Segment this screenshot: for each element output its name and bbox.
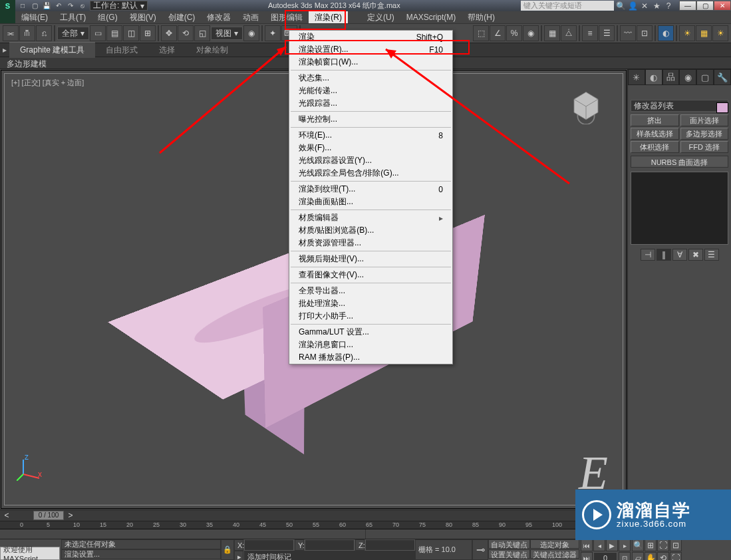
- menu-item[interactable]: 渲染Shift+Q: [289, 31, 452, 43]
- menu-create[interactable]: 创建(C): [162, 11, 202, 23]
- favorite-icon[interactable]: ★: [651, 1, 662, 11]
- rendering-menu-dropdown[interactable]: 渲染Shift+Q渲染设置(R)...F10渲染帧窗口(W)...状态集...光…: [289, 30, 453, 364]
- menu-item[interactable]: 渲染设置(R)...F10: [289, 43, 452, 56]
- menu-item[interactable]: 状态集...: [289, 72, 452, 84]
- pan-icon[interactable]: ✋: [645, 552, 657, 560]
- menu-item[interactable]: 渲染曲面贴图...: [289, 196, 452, 208]
- qat-undo-icon[interactable]: ↶: [54, 1, 63, 11]
- menu-item[interactable]: 光线跟踪器设置(Y)...: [289, 154, 452, 167]
- make-unique-icon[interactable]: ∀: [672, 249, 687, 261]
- tab-display-icon[interactable]: ▢: [696, 69, 714, 85]
- pin-stack-icon[interactable]: ⊣: [641, 249, 655, 261]
- modifier-list-dropdown[interactable]: 修改器列表▾: [631, 100, 728, 112]
- search-icon[interactable]: 🔍: [615, 1, 626, 11]
- angle-snap-icon[interactable]: ∠: [490, 25, 506, 41]
- menu-item[interactable]: RAM 播放器(P)...: [289, 351, 452, 364]
- scale-icon[interactable]: ◱: [194, 25, 210, 41]
- object-color-swatch[interactable]: [716, 102, 728, 113]
- minimize-button[interactable]: —: [679, 1, 696, 11]
- select-icon[interactable]: ▭: [90, 25, 106, 41]
- tab-motion-icon[interactable]: ◉: [679, 69, 696, 85]
- qat-link-icon[interactable]: ⎋: [78, 1, 87, 11]
- zoom-icon[interactable]: 🔍: [632, 539, 644, 551]
- menu-item[interactable]: 渲染消息窗口...: [289, 339, 452, 351]
- render-production-icon[interactable]: ☀: [712, 25, 728, 41]
- menu-item[interactable]: 全景导出器...: [289, 285, 452, 297]
- menu-item[interactable]: 材质/贴图浏览器(B)...: [289, 224, 452, 237]
- menu-item[interactable]: 批处理渲染...: [289, 297, 452, 310]
- menu-item[interactable]: 打印大小助手...: [289, 310, 452, 323]
- fov-icon[interactable]: ▱: [632, 552, 644, 560]
- ribbon-tab-objectpaint[interactable]: 对象绘制: [186, 43, 239, 58]
- menu-item[interactable]: 光能传递...: [289, 84, 452, 97]
- viewcube[interactable]: [568, 88, 604, 124]
- goto-end-icon[interactable]: ⏭: [581, 552, 593, 560]
- menu-maxscript[interactable]: MAXScript(M): [400, 11, 462, 23]
- next-frame-icon[interactable]: ▸: [619, 539, 631, 551]
- ribbon-tab-freeform[interactable]: 自由形式: [95, 43, 148, 58]
- menu-modifiers[interactable]: 修改器: [201, 11, 237, 23]
- menu-animation[interactable]: 动画: [237, 11, 265, 23]
- menu-item[interactable]: Gamma/LUT 设置...: [289, 326, 452, 339]
- menu-item[interactable]: 光跟踪器...: [289, 97, 452, 110]
- menu-item[interactable]: 环境(E)...8: [289, 129, 452, 142]
- menu-customize[interactable]: 定义(U): [361, 11, 400, 23]
- signin-icon[interactable]: 👤: [627, 1, 638, 11]
- tab-utilities-icon[interactable]: 🔧: [714, 69, 731, 85]
- manipulate-icon[interactable]: ✦: [265, 25, 281, 41]
- prev-frame-icon[interactable]: ◂: [593, 539, 605, 551]
- maxscript-listener-tab[interactable]: 欢迎使用 MAXScript: [0, 547, 60, 560]
- keyfilter-button[interactable]: 关键点过滤器: [530, 549, 579, 559]
- btn-vol-select[interactable]: 体积选择: [631, 141, 679, 153]
- btn-patch-select[interactable]: 面片选择: [680, 114, 729, 126]
- close-button[interactable]: ✕: [714, 1, 731, 11]
- zoom-extents-icon[interactable]: ⛶: [657, 539, 669, 551]
- workspace-selector[interactable]: 工作台: 默认▾: [90, 1, 148, 11]
- tab-hierarchy-icon[interactable]: 品: [662, 69, 680, 85]
- menu-item[interactable]: 材质编辑器: [289, 211, 452, 224]
- menu-tools[interactable]: 工具(T): [54, 11, 92, 23]
- qat-open-icon[interactable]: ▢: [30, 1, 39, 11]
- menu-item[interactable]: 曝光控制...: [289, 113, 452, 126]
- coord-y-input[interactable]: [305, 539, 355, 551]
- move-icon[interactable]: ✥: [161, 25, 177, 41]
- modifier-stack[interactable]: [631, 172, 728, 245]
- rotate-icon[interactable]: ⟲: [178, 25, 194, 41]
- menu-help[interactable]: 帮助(H): [462, 11, 501, 23]
- btn-poly-select[interactable]: 多边形选择: [680, 128, 729, 140]
- show-end-icon[interactable]: ‖: [657, 249, 671, 261]
- btn-extrude[interactable]: 挤出: [631, 114, 679, 126]
- tab-modify-icon[interactable]: ◐: [645, 69, 662, 85]
- schematic-icon[interactable]: ⊡: [637, 25, 653, 41]
- time-slider-knob[interactable]: 0 / 100: [33, 511, 64, 520]
- coord-z-input[interactable]: [365, 539, 415, 551]
- orbit-icon[interactable]: ⟲: [657, 552, 669, 560]
- time-config-icon[interactable]: ⊡: [619, 552, 631, 560]
- app-menu-button[interactable]: [0, 11, 15, 23]
- add-time-tag[interactable]: 添加时间标记: [244, 551, 415, 560]
- curve-editor-icon[interactable]: 〰: [620, 25, 636, 41]
- qat-redo-icon[interactable]: ↷: [66, 1, 75, 11]
- goto-start-icon[interactable]: ⏮: [581, 539, 593, 551]
- menu-item[interactable]: 视频后期处理(V)...: [289, 253, 452, 265]
- material-editor-icon[interactable]: ◐: [658, 25, 674, 41]
- selection-filter-dropdown[interactable]: 全部▾: [57, 27, 89, 40]
- btn-spline-select[interactable]: 样条线选择: [631, 128, 679, 140]
- snap-toggle-icon[interactable]: ⬚: [473, 25, 489, 41]
- btn-nurbs-select[interactable]: NURBS 曲面选择: [631, 156, 728, 168]
- ribbon-tab-graphite[interactable]: Graphite 建模工具: [9, 42, 95, 58]
- menu-item[interactable]: 效果(F)...: [289, 142, 452, 154]
- refcoord-dropdown[interactable]: 视图▾: [211, 27, 243, 40]
- select-region-icon[interactable]: ◫: [123, 25, 139, 41]
- mirror-icon[interactable]: ⧊: [561, 25, 577, 41]
- menu-item[interactable]: 材质资源管理器...: [289, 237, 452, 249]
- align-icon[interactable]: ≡: [582, 25, 598, 41]
- zoom-extents-all-icon[interactable]: ⊡: [670, 539, 682, 551]
- qat-save-icon[interactable]: 💾: [42, 1, 51, 11]
- menu-item[interactable]: 渲染帧窗口(W)...: [289, 56, 452, 69]
- named-selset-icon[interactable]: ▦: [544, 25, 560, 41]
- menu-item[interactable]: 查看图像文件(V)...: [289, 269, 452, 281]
- maximize-viewport-icon[interactable]: ⛶: [670, 552, 682, 560]
- key-mode-icon[interactable]: ⊸: [472, 539, 488, 560]
- select-name-icon[interactable]: ▤: [106, 25, 122, 41]
